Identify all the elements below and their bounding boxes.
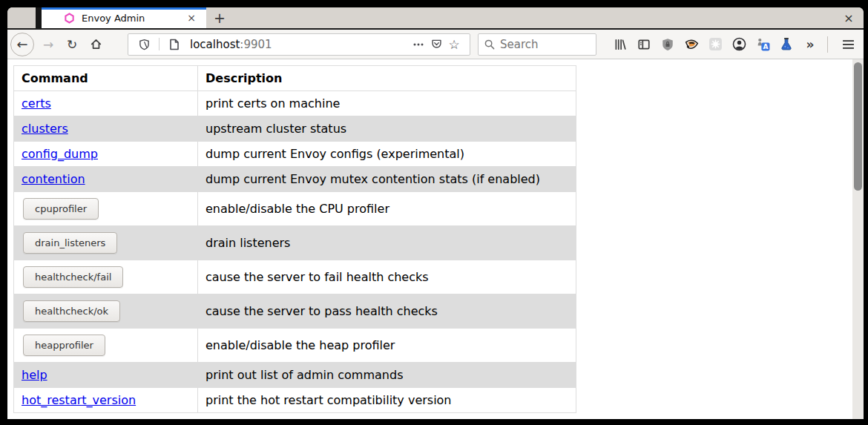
reload-button[interactable]: ↻ xyxy=(62,35,82,54)
tab-envoy-admin[interactable]: Envoy Admin × xyxy=(42,7,206,28)
command-link[interactable]: contention xyxy=(22,172,85,186)
table-row: heapprofilerenable/disable the heap prof… xyxy=(14,329,576,363)
command-cell: healthcheck/fail xyxy=(14,260,198,294)
table-row: hot_restart_versionprint the hot restart… xyxy=(14,388,576,413)
tracking-protection-shield-icon[interactable] xyxy=(135,39,153,50)
sidebar-icon[interactable] xyxy=(634,35,654,54)
vertical-scrollbar[interactable] xyxy=(852,59,864,419)
table-row: certsprint certs on machine xyxy=(14,91,576,116)
command-cell: config_dump xyxy=(14,142,198,167)
command-button[interactable]: healthcheck/fail xyxy=(23,266,123,288)
urlbar-divider xyxy=(159,38,160,50)
privacy-badger-icon[interactable] xyxy=(682,35,701,54)
window-close-button[interactable]: × xyxy=(834,7,864,28)
active-tab-accent xyxy=(42,7,206,10)
titlebar-spacer xyxy=(7,7,36,28)
bookmark-star-icon[interactable]: ☆ xyxy=(445,37,463,52)
toolbar-icons: A » xyxy=(606,35,858,54)
command-column-header: Command xyxy=(14,66,198,91)
command-cell: contention xyxy=(14,167,198,192)
description-cell: print out list of admin commands xyxy=(198,363,576,388)
command-link[interactable]: certs xyxy=(22,96,51,111)
command-cell: cpuprofiler xyxy=(14,192,198,226)
search-input[interactable] xyxy=(500,38,574,51)
url-host: localhost xyxy=(190,38,240,51)
page-content: Command Description certsprint certs on … xyxy=(7,59,864,419)
command-button[interactable]: healthcheck/ok xyxy=(23,300,120,322)
command-cell: help xyxy=(14,363,198,388)
description-cell: enable/disable the CPU profiler xyxy=(198,192,576,226)
command-cell: heapprofiler xyxy=(14,329,198,363)
tab-close-icon[interactable]: × xyxy=(184,12,199,24)
overflow-chevron-icon[interactable]: » xyxy=(800,35,820,54)
command-link[interactable]: hot_restart_version xyxy=(22,393,136,407)
command-link[interactable]: clusters xyxy=(22,122,68,136)
desktop-background: Envoy Admin × + × ← → ↻ xyxy=(0,0,868,425)
command-cell: certs xyxy=(14,91,198,116)
scrollbar-thumb[interactable] xyxy=(854,62,862,191)
shield-lock-icon[interactable] xyxy=(658,35,677,54)
library-icon[interactable] xyxy=(611,35,630,54)
flask-icon[interactable] xyxy=(777,35,796,54)
translate-icon[interactable]: A xyxy=(753,35,772,54)
command-cell: hot_restart_version xyxy=(14,388,198,413)
command-cell: clusters xyxy=(14,116,198,142)
description-cell: drain listeners xyxy=(198,226,576,260)
url-text[interactable]: localhost:9901 xyxy=(190,38,410,51)
description-cell: enable/disable the heap profiler xyxy=(198,329,576,363)
svg-text:A: A xyxy=(763,43,768,50)
table-row: drain_listenersdrain listeners xyxy=(14,226,576,260)
description-column-header: Description xyxy=(198,66,576,91)
toolbar-divider xyxy=(827,36,828,53)
navigation-toolbar: ← → ↻ xyxy=(7,30,864,59)
command-button[interactable]: drain_listeners xyxy=(23,232,117,254)
description-cell: print certs on machine xyxy=(198,91,576,116)
url-port: :9901 xyxy=(240,38,272,51)
browser-window: Envoy Admin × + × ← → ↻ xyxy=(7,7,864,419)
description-cell: cause the server to pass health checks xyxy=(198,294,576,329)
tab-bar: Envoy Admin × + × xyxy=(7,7,864,28)
menu-icon[interactable] xyxy=(838,35,858,54)
home-button[interactable] xyxy=(86,35,105,54)
table-row: cpuprofilerenable/disable the CPU profil… xyxy=(14,192,576,226)
pocket-icon[interactable] xyxy=(427,39,445,50)
table-row: healthcheck/okcause the server to pass h… xyxy=(14,294,576,329)
description-cell: dump current Envoy configs (experimental… xyxy=(198,142,576,167)
page-actions-icon[interactable] xyxy=(410,43,427,46)
url-bar[interactable]: localhost:9901 ☆ xyxy=(128,33,470,56)
description-cell: print the hot restart compatibility vers… xyxy=(198,388,576,413)
account-icon[interactable] xyxy=(729,35,749,54)
table-row: healthcheck/failcause the server to fail… xyxy=(14,260,576,294)
description-cell: cause the server to fail health checks xyxy=(198,260,576,294)
table-header-row: Command Description xyxy=(14,66,576,91)
back-button[interactable]: ← xyxy=(10,33,34,56)
admin-command-table: Command Description certsprint certs on … xyxy=(13,65,576,413)
command-button[interactable]: cpuprofiler xyxy=(23,198,99,220)
decentraleyes-icon[interactable] xyxy=(706,35,725,54)
description-cell: upstream cluster status xyxy=(198,116,576,142)
new-tab-button[interactable]: + xyxy=(209,7,230,28)
search-box[interactable] xyxy=(478,33,596,56)
tab-title: Envoy Admin xyxy=(82,13,184,24)
table-row: contentiondump current Envoy mutex conte… xyxy=(14,167,576,192)
table-row: config_dumpdump current Envoy configs (e… xyxy=(14,142,576,167)
page-info-icon[interactable] xyxy=(165,39,183,50)
command-cell: drain_listeners xyxy=(14,226,198,260)
command-link[interactable]: config_dump xyxy=(22,147,98,161)
search-icon xyxy=(484,39,495,50)
envoy-hexagon-icon xyxy=(64,13,75,24)
table-row: clustersupstream cluster status xyxy=(14,116,576,142)
tab-separator xyxy=(36,7,42,28)
command-link[interactable]: help xyxy=(22,368,47,382)
command-cell: healthcheck/ok xyxy=(14,294,198,329)
command-table-body: certsprint certs on machineclustersupstr… xyxy=(14,91,576,413)
home-icon xyxy=(90,38,102,50)
table-row: helpprint out list of admin commands xyxy=(14,363,576,388)
description-cell: dump current Envoy mutex contention stat… xyxy=(198,167,576,192)
command-button[interactable]: heapprofiler xyxy=(23,335,105,356)
forward-button[interactable]: → xyxy=(39,35,58,54)
